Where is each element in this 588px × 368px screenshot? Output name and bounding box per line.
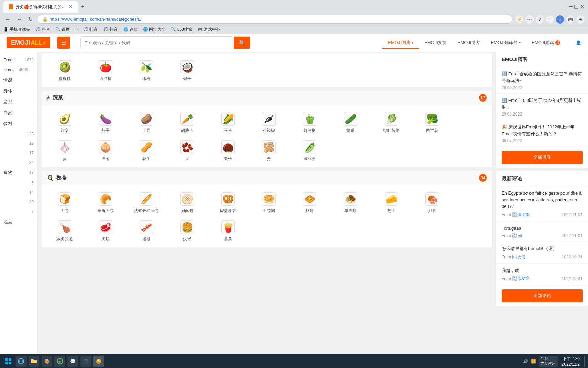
search-input[interactable] (81, 37, 234, 48)
emoji-yezi[interactable]: 🥥 椰子 (167, 56, 208, 85)
emoji-peanut[interactable]: 🥜 花生 (126, 136, 167, 165)
taskbar-emoji[interactable]: 😊 (93, 356, 104, 367)
taskbar-color[interactable]: 🎨 (42, 356, 52, 367)
address-bar[interactable]: 🔒 https://www.emojiall.com/zh-hans/categ… (37, 15, 512, 24)
emoji-meatbone[interactable]: 🍖 排骨 (412, 188, 453, 216)
taskbar-ie2[interactable]: IE (54, 356, 65, 367)
sidebar-item-emoji1[interactable]: Emoji 1879 (0, 55, 37, 65)
nav-emoji-blog[interactable]: EMOJI博客 (452, 37, 486, 49)
emoji-garlic[interactable]: 🧄 蒜 (44, 136, 85, 165)
fav-google[interactable]: 🌐 谷歌 (123, 27, 137, 32)
nav-emoji-translate[interactable]: EMOJI翻译器 ▾ (486, 37, 526, 49)
blog-item-1[interactable]: 🔣 Emoji合成器的图源竟然是它?! 泰情符号新玩法~ 29 09,2022 (496, 67, 588, 94)
fav-shouji[interactable]: 📱 手机收藏夹 (3, 27, 30, 32)
emoji-chestnut[interactable]: 🌰 栗子 (208, 136, 248, 165)
taskbar-wechat[interactable]: 💬 (67, 356, 78, 367)
sidebar-item-19[interactable]: 19 (0, 139, 37, 148)
emoji-flatbread[interactable]: 🫓 扁面包 (167, 188, 208, 216)
sidebar-item-5[interactable]: 5 (0, 178, 37, 188)
sidebar-item-133[interactable]: 133 (0, 129, 37, 139)
fav-douyin3[interactable]: 🎵 抖音 (103, 27, 117, 32)
search-bar[interactable]: 🔍 (80, 36, 250, 49)
comment-author[interactable]: 🇨 握手指 (512, 212, 529, 218)
sidebar-item-body[interactable]: 身体 › (0, 86, 37, 96)
emoji-leafy[interactable]: 🥬 绿叶蔬菜 (371, 108, 412, 136)
emoji-peapod[interactable]: 🫛 豌豆荚 (289, 136, 330, 165)
filter-button[interactable]: ☰ (57, 37, 70, 49)
ext-icon-6[interactable]: 🎮 (566, 15, 574, 24)
all-blog-button[interactable]: 全部博客 (502, 151, 583, 164)
close-icon[interactable]: ✕ (579, 3, 585, 11)
minimize-icon[interactable]: ─ (569, 3, 573, 11)
tab-close-button[interactable]: ✕ (69, 4, 73, 10)
all-comments-button[interactable]: 全部评论 (502, 289, 583, 302)
emoji-croissant[interactable]: 🥐 羊角面包 (85, 188, 126, 216)
emoji-ginger[interactable]: 🫚 姜 (248, 136, 289, 165)
ext-icon-2[interactable]: ⋯ (525, 15, 534, 24)
taskbar-folder[interactable] (29, 356, 39, 367)
nav-emoji-game[interactable]: EMOJI游戏 N (526, 37, 566, 49)
emoji-poultry[interactable]: 🍗 家禽的腿 (44, 216, 85, 245)
emoji-xihongshi[interactable]: 🍅 西红柿 (85, 56, 126, 85)
nav-emoji-icon[interactable]: EMOJI图典 ▾ (382, 37, 419, 49)
ext-icon-1[interactable]: ⚡ (515, 15, 523, 24)
blog-item-2[interactable]: 🔣 Emoji 15.0即将于2022年9月更新上线啦！ 29 08,2022 (496, 94, 588, 120)
emoji-potato[interactable]: 🥔 土豆 (126, 108, 167, 136)
emoji-elixir[interactable]: 🥑 鳄梨 (44, 108, 85, 136)
sidebar-item-emoji2[interactable]: Emoji 4526 › (0, 65, 37, 75)
user-icon[interactable]: 👤 (576, 40, 581, 45)
emoji-eggplant[interactable]: 🍆 茄子 (85, 108, 126, 136)
new-tab-button[interactable]: + (81, 3, 85, 11)
forward-button[interactable]: → (15, 16, 24, 23)
fav-douyin1[interactable]: 🎵 抖音 (35, 27, 50, 32)
sidebar-item-17[interactable]: 17 (0, 148, 37, 158)
browser-tab[interactable]: 分类🍎食物和饮料相关的Emo... ✕ (3, 1, 78, 13)
logo[interactable]: EMOJIALL ® (7, 37, 50, 48)
emoji-broccoli[interactable]: 🥦 西兰花 (412, 108, 453, 136)
search-button[interactable]: 🔍 (234, 37, 250, 49)
comment-author[interactable]: 🇨 大便 (512, 254, 525, 260)
ext-icon-4[interactable]: IE (546, 15, 554, 24)
fav-wangzhi[interactable]: 🌐 网址大全 (143, 27, 165, 32)
blog-item-3[interactable]: 🎉 庆祝世界Emoji日！ 2022年上半年Emoji表情有些什么大新闻？ 06… (496, 120, 588, 147)
ext-icon-5[interactable]: B (556, 15, 564, 24)
emoji-mihoutao[interactable]: 🥝 猕猴桃 (44, 56, 85, 85)
sidebar-item-20[interactable]: 20 (0, 197, 37, 207)
nav-emoji-copy[interactable]: EMOJI复制 (419, 37, 452, 49)
taskbar-ie[interactable] (16, 356, 27, 367)
back-button[interactable]: ← (3, 16, 12, 23)
emoji-cheese[interactable]: 🧀 芝士 (371, 188, 412, 216)
emoji-pretzel[interactable]: 🥨 椒盐卷饼 (208, 188, 248, 216)
taskbar-show-desktop[interactable] (584, 356, 585, 367)
maximize-icon[interactable]: □ (574, 3, 578, 11)
emoji-bread[interactable]: 🍞 面包 (44, 188, 85, 216)
sidebar-item-nature[interactable]: 自然 › (0, 107, 37, 118)
sidebar-item-34[interactable]: 34 (0, 158, 37, 167)
fav-360[interactable]: 🔍 360搜索 (171, 27, 192, 32)
emoji-onion[interactable]: 🧅 洋葱 (85, 136, 126, 165)
emoji-baguette[interactable]: 🥖 法式长棍面包 (126, 188, 167, 216)
sidebar-item-food[interactable]: 食物 17 (0, 167, 37, 178)
ext-icon-7[interactable]: ⊞ (576, 15, 585, 24)
emoji-waffle[interactable]: 🧇 格饼 (289, 188, 330, 216)
emoji-burger[interactable]: 🍔 汉堡 (167, 216, 208, 245)
sidebar-item-7[interactable]: 7 (0, 207, 37, 216)
sidebar-item-hair[interactable]: 发型 › (0, 96, 37, 107)
emoji-cutofmeat[interactable]: 🥩 肉块 (85, 216, 126, 245)
emoji-ganlan[interactable]: 🫒 橄榄 (126, 56, 167, 85)
sidebar-item-place[interactable]: 地点 › (0, 216, 37, 227)
taskbar-music[interactable]: 🎵 (80, 356, 91, 367)
sidebar-item-drink[interactable]: 饮料 › (0, 118, 37, 129)
refresh-button[interactable]: ↻ (27, 15, 34, 23)
emoji-bean[interactable]: 🫘 豆 (167, 136, 208, 165)
emoji-carrot[interactable]: 🥕 胡萝卜 (167, 108, 208, 136)
fav-douyin2[interactable]: 🎵 抖音 (83, 27, 98, 32)
sidebar-item-emotion[interactable]: 情感 › (0, 75, 37, 86)
comment-author[interactable]: 🇨 监发烧 (512, 276, 529, 281)
taskbar-start[interactable] (3, 356, 14, 367)
emoji-fries[interactable]: 🍟 薯条 (208, 216, 248, 245)
emoji-bacon[interactable]: 🥓 培根 (126, 216, 167, 245)
emoji-bellpepper[interactable]: 🫑 灯笼椒 (289, 108, 330, 136)
fav-game[interactable]: 🎮 游戏中心 (198, 27, 220, 32)
ext-icon-3[interactable]: ∨ (536, 15, 544, 24)
